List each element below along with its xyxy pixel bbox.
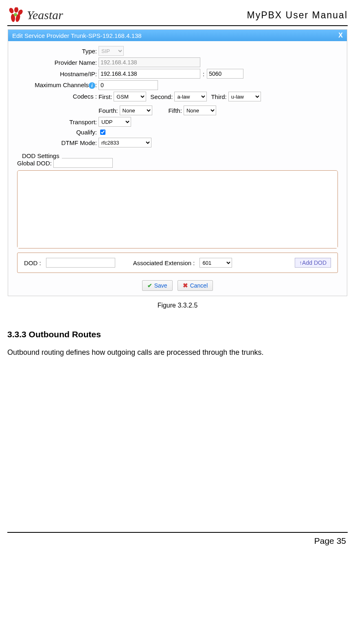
row-type: Type: SIP [13,46,342,56]
edit-trunk-dialog: Edit Service Provider Trunk-SPS-192.168.… [8,29,347,296]
form-area: Type: SIP Provider Name: Hostname/IP: : … [8,41,347,276]
brand-logo: Yeastar [7,7,63,23]
close-icon[interactable]: X [338,32,343,39]
footer-rule [7,532,348,533]
global-dod-row: Global DOD: [17,158,338,168]
label-qualify: Qualify: [13,129,99,136]
label-codec-first: First: [99,93,112,100]
codec-fifth-select[interactable]: None [184,106,216,115]
dod-settings-section: DOD Settings Global DOD: DOD : Associate… [17,152,338,273]
section-body: Outbound routing defines how outgoing ca… [7,348,348,357]
row-transport: Transport: UDP [13,117,342,127]
row-hostname: Hostname/IP: : [13,69,342,79]
figure-caption: Figure 3.3.2.5 [7,302,348,309]
add-dod-button[interactable]: ↑Add DOD [295,258,331,268]
dialog-title: Edit Service Provider Trunk-SPS-192.168.… [12,32,142,39]
codec-second-select[interactable]: a-law [174,92,207,101]
page: Yeastar MyPBX User Manual Edit Service P… [0,0,355,554]
type-select[interactable]: SIP [99,46,124,56]
codec-group: First: GSM Second: a-law Third: u-law Fo… [99,92,310,115]
label-transport: Transport: [13,119,99,125]
dod-section-label: DOD Settings [20,152,62,159]
label-codec-fourth: Fourth: [99,107,118,114]
page-number: Page 35 [7,536,348,546]
codec-fourth-select[interactable]: None [120,106,152,115]
host-port-colon: : [203,70,204,77]
label-assoc-ext: Associated Extension : [133,259,195,266]
label-hostname: Hostname/IP: [13,70,99,77]
section-heading: 3.3.3 Outbound Routes [7,330,348,339]
dod-input-row: DOD : Associated Extension : 601 ↑Add DO… [17,253,338,273]
cross-icon: ✖ [183,282,188,289]
header-rule [7,25,348,26]
cancel-button[interactable]: ✖ Cancel [178,280,213,291]
dod-box [17,170,338,248]
provider-name-input[interactable] [99,57,200,67]
dtmf-select[interactable]: rfc2833 [99,138,151,147]
label-max-channels: Maximum Channelsi: [13,81,99,89]
row-dtmf: DTMF Mode: rfc2833 [13,138,342,147]
svg-point-1 [14,7,18,13]
label-provider-name: Provider Name: [13,59,99,66]
dod-list-area [18,171,337,248]
label-dtmf: DTMF Mode: [13,139,99,146]
qualify-checkbox[interactable] [100,130,105,135]
dod-input[interactable] [46,258,115,268]
codec-third-select[interactable]: u-law [228,92,261,101]
row-qualify: Qualify: [13,128,342,136]
port-input[interactable] [207,69,243,79]
svg-point-0 [9,7,15,14]
assoc-ext-select[interactable]: 601 [199,258,232,268]
save-button[interactable]: ✔ Save [142,280,173,291]
yeastar-logo-icon [7,7,24,23]
dialog-titlebar: Edit Service Provider Trunk-SPS-192.168.… [8,30,347,41]
dialog-button-row: ✔ Save ✖ Cancel [8,276,347,296]
max-channels-input[interactable] [99,80,158,90]
cancel-button-label: Cancel [190,282,208,289]
save-button-label: Save [154,282,167,289]
label-codec-fifth: Fifth: [169,107,182,114]
manual-title: MyPBX User Manual [247,10,348,21]
label-codec-third: Third: [211,93,226,100]
label-dod: DOD : [24,259,41,266]
svg-point-5 [14,13,17,16]
label-codec-second: Second: [150,93,173,100]
label-codecs: Codecs : [13,92,99,100]
global-dod-input[interactable] [53,158,113,168]
hostname-input[interactable] [99,69,200,79]
label-type: Type: [13,48,99,55]
row-provider-name: Provider Name: [13,57,342,67]
info-icon[interactable]: i [89,82,95,89]
transport-select[interactable]: UDP [99,117,131,127]
brand-name: Yeastar [27,8,63,22]
check-icon: ✔ [147,282,152,289]
row-max-channels: Maximum Channelsi: [13,80,342,90]
page-header: Yeastar MyPBX User Manual [7,7,348,23]
codec-first-select[interactable]: GSM [114,92,146,101]
row-codecs: Codecs : First: GSM Second: a-law Third:… [13,92,342,115]
label-global-dod: Global DOD: [17,160,52,167]
